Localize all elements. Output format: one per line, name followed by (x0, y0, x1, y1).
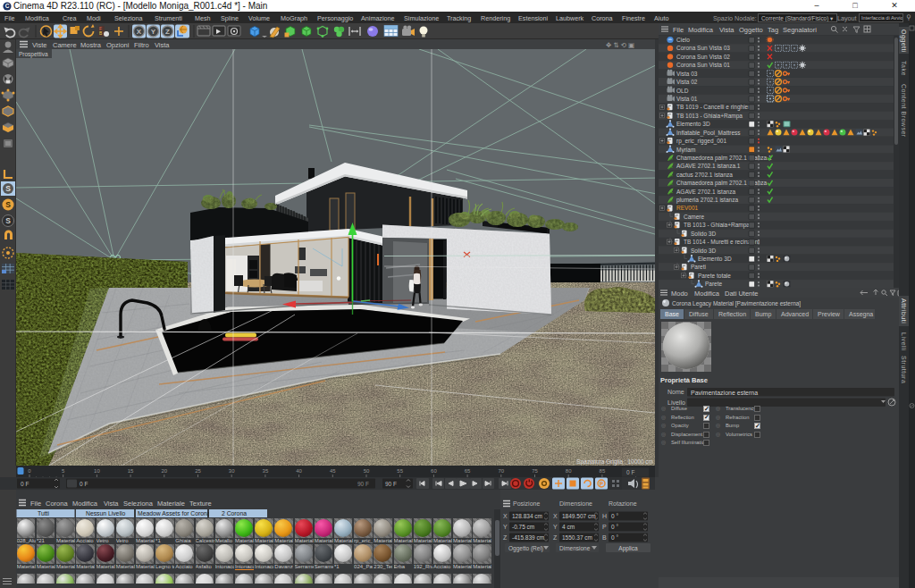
svg-text:Diffuse: Diffuse (689, 311, 709, 317)
svg-text:Vista 01: Vista 01 (676, 96, 698, 102)
svg-text:Parete: Parete (705, 281, 723, 287)
svg-text:30: 30 (229, 468, 235, 474)
svg-text:Spaziatura Griglia : 10000 cm: Spaziatura Griglia : 10000 cm (576, 458, 653, 466)
svg-text:rp_eric_rigged_001: rp_eric_rigged_001 (676, 138, 726, 145)
svg-text:0 °: 0 ° (611, 524, 618, 530)
svg-text:90 F: 90 F (385, 481, 397, 487)
svg-text:TB 1013 - Ghiaia+Rampa: TB 1013 - Ghiaia+Rampa (676, 113, 743, 120)
svg-text:0: 0 (28, 468, 31, 474)
svg-text:45: 45 (330, 468, 336, 474)
svg-text:4 cm: 4 cm (562, 524, 575, 530)
svg-text:Advanced: Advanced (781, 311, 809, 317)
svg-text:15: 15 (128, 468, 134, 474)
svg-text:Parete totale: Parete totale (698, 273, 731, 279)
svg-text:Elemento 3D: Elemento 3D (676, 121, 710, 127)
svg-text:0 F: 0 F (80, 481, 88, 487)
svg-text:X: X (137, 28, 142, 36)
svg-text:Elemento 3D: Elemento 3D (698, 256, 732, 262)
svg-text:Pavimentazione esterna: Pavimentazione esterna (691, 390, 758, 396)
svg-text:Z: Z (165, 28, 170, 36)
svg-text:cactus 2702.1 istanza: cactus 2702.1 istanza (676, 172, 733, 178)
svg-text:Y: Y (503, 524, 508, 530)
svg-text:Vista: Vista (719, 26, 735, 34)
svg-text:S: S (5, 200, 11, 209)
svg-text:REV001: REV001 (676, 205, 699, 211)
svg-text:AGAVE 2702.1 istanza.1: AGAVE 2702.1 istanza.1 (676, 163, 741, 169)
svg-text:Preview: Preview (818, 311, 841, 317)
svg-text:Tutti: Tutti (38, 510, 49, 517)
svg-text:1550.37 cm: 1550.37 cm (562, 534, 592, 541)
svg-text:20: 20 (161, 468, 167, 474)
svg-text:0 F: 0 F (21, 481, 29, 487)
svg-text:-0.75 cm: -0.75 cm (512, 524, 534, 530)
svg-text:S: S (5, 184, 11, 193)
svg-text:Applica: Applica (618, 545, 638, 552)
svg-text:Camere: Camere (684, 214, 705, 220)
svg-text:Prospettiva: Prospettiva (19, 51, 48, 58)
svg-text:50: 50 (364, 468, 370, 474)
svg-text:Corona Legacy Material [Pavime: Corona Legacy Material [Pavimentazione e… (672, 300, 801, 307)
svg-text:Vista 02: Vista 02 (676, 79, 698, 85)
svg-text:Myriam: Myriam (676, 147, 695, 154)
svg-text:plumeria 2702.1 istanza: plumeria 2702.1 istanza (676, 197, 738, 204)
svg-text:75: 75 (532, 468, 538, 474)
svg-text:Base: Base (665, 311, 679, 317)
svg-text:Pareti: Pareti (691, 264, 706, 270)
svg-text:File: File (30, 500, 41, 508)
svg-text:C: C (5, 3, 10, 9)
svg-text:10: 10 (94, 468, 100, 474)
svg-text:Vista: Vista (104, 500, 119, 508)
svg-text:Modifica: Modifica (688, 26, 714, 34)
svg-text:Solido 3D: Solido 3D (691, 231, 716, 237)
svg-text:5: 5 (62, 468, 65, 474)
svg-text:Dimensione: Dimensione (559, 545, 591, 551)
svg-text:Corona Sun Vista 01: Corona Sun Vista 01 (676, 62, 730, 68)
svg-text:Y: Y (151, 28, 156, 36)
svg-text:60: 60 (431, 468, 437, 474)
svg-text:Reflection: Reflection (718, 311, 746, 317)
svg-text:Proprietà Base: Proprietà Base (660, 376, 708, 384)
svg-text:Vista 03: Vista 03 (676, 71, 698, 77)
svg-text:Solido 3D: Solido 3D (691, 248, 716, 254)
svg-text:B: B (602, 534, 607, 541)
svg-text:Y: Y (553, 524, 558, 530)
svg-text:X: X (503, 513, 508, 519)
svg-text:Inflatable_Pool_Mattress: Inflatable_Pool_Mattress (676, 130, 741, 137)
svg-text:X: X (553, 513, 558, 519)
svg-text:25: 25 (195, 468, 201, 474)
svg-text:P: P (600, 481, 604, 487)
svg-text:70: 70 (498, 468, 504, 474)
svg-text:Materiale: Materiale (157, 500, 185, 508)
svg-text:Z: Z (503, 534, 508, 541)
svg-text:Assegna: Assegna (849, 311, 873, 318)
svg-text:Meadow Assets for Corona: Meadow Assets for Corona (138, 510, 211, 517)
svg-text:P: P (602, 524, 607, 530)
svg-text:OLD: OLD (676, 88, 689, 94)
svg-text:Modo: Modo (671, 290, 688, 298)
svg-text:TB 1014 - Muretti e recinzioni: TB 1014 - Muretti e recinzioni (684, 239, 760, 245)
svg-text:File: File (673, 26, 684, 34)
svg-text:128.834 cm: 128.834 cm (512, 513, 542, 519)
svg-text:2 Corona: 2 Corona (222, 510, 247, 517)
svg-text:TB 1019 - Cancelli e ringhiera: TB 1019 - Cancelli e ringhiera (676, 104, 753, 111)
svg-text:Cielo: Cielo (676, 37, 690, 43)
svg-text:Modifica: Modifica (694, 290, 720, 298)
svg-text:Corona Sun Vista 03: Corona Sun Vista 03 (676, 45, 730, 51)
svg-text:55: 55 (397, 468, 403, 474)
svg-text:H: H (602, 513, 607, 519)
svg-text:Texture: Texture (189, 500, 212, 508)
svg-text:0 °: 0 ° (611, 534, 618, 541)
svg-text:-415.839 cm: -415.839 cm (512, 534, 544, 541)
svg-text:Chamaedorea palm 2702.1 istanz: Chamaedorea palm 2702.1 istanza.1 (676, 155, 772, 162)
svg-text:85: 85 (600, 468, 606, 474)
svg-text:Z: Z (553, 534, 558, 541)
svg-text:Segnalatori: Segnalatori (783, 26, 817, 34)
svg-text:80: 80 (566, 468, 572, 474)
svg-text:S: S (5, 216, 11, 225)
svg-text:Dimensione: Dimensione (559, 500, 592, 507)
svg-text:Tag: Tag (768, 26, 778, 34)
svg-text:35: 35 (263, 468, 269, 474)
svg-text:Posizione: Posizione (513, 500, 540, 507)
svg-text:Nome: Nome (667, 389, 684, 395)
svg-text:Dati Utente: Dati Utente (725, 290, 759, 298)
